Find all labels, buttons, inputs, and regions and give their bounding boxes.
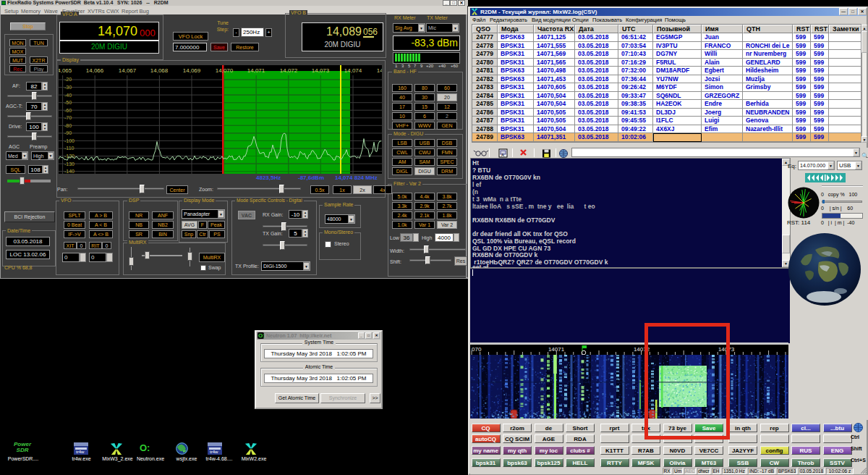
svg-text:tr4w: tr4w bbox=[210, 450, 218, 454]
svg-text:A: A bbox=[501, 153, 504, 157]
svg-text:070: 070 bbox=[472, 346, 482, 353]
svg-text:tr4w: tr4w bbox=[76, 450, 85, 454]
